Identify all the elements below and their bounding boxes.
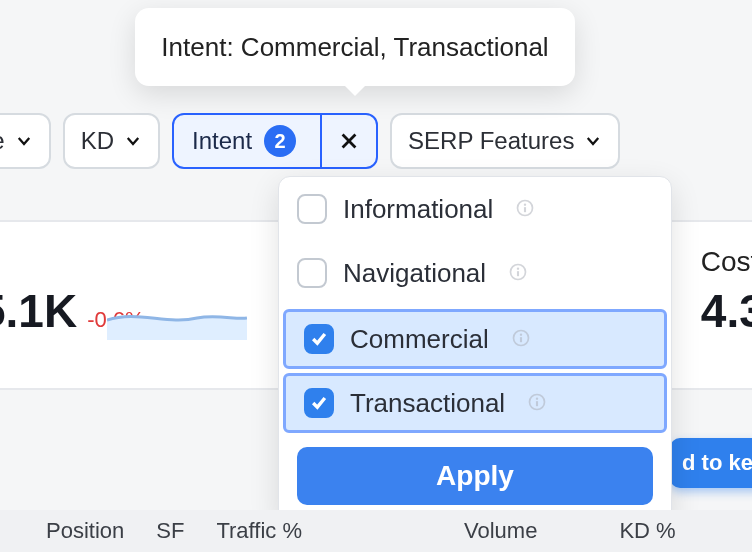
sparkline: [107, 290, 247, 340]
intent-tooltip: Intent: Commercial, Transactional: [135, 8, 575, 86]
filter-kd-label: KD: [81, 127, 114, 155]
apply-button-label: Apply: [436, 460, 514, 492]
filter-intent-clear[interactable]: [320, 115, 376, 167]
svg-point-5: [520, 333, 522, 335]
intent-option-transactional[interactable]: Transactional: [283, 373, 667, 433]
intent-option-label: Informational: [343, 194, 493, 225]
th-kd-pct[interactable]: KD %: [603, 518, 691, 544]
th-traffic-pct[interactable]: Traffic %: [200, 518, 318, 544]
intent-option-commercial[interactable]: Commercial: [283, 309, 667, 369]
intent-option-label: Transactional: [350, 388, 505, 419]
filter-intent[interactable]: Intent 2: [172, 113, 378, 169]
svg-point-1: [524, 203, 526, 205]
checkbox-unchecked[interactable]: [297, 258, 327, 288]
filter-bar: ume KD Intent 2 SERP Features: [0, 113, 620, 169]
intent-option-navigational[interactable]: Navigational: [279, 241, 671, 305]
send-to-button[interactable]: d to ke: [670, 438, 752, 488]
info-icon[interactable]: [515, 194, 535, 225]
th-sf[interactable]: SF: [140, 518, 200, 544]
metric-left-value: 5.1K: [0, 284, 77, 338]
intent-tooltip-text: Intent: Commercial, Transactional: [161, 32, 548, 63]
send-to-label: d to ke: [682, 450, 752, 476]
checkbox-checked[interactable]: [304, 388, 334, 418]
filter-intent-count: 2: [264, 125, 296, 157]
metric-right-label: Cost: [701, 246, 752, 278]
th-volume[interactable]: Volume: [448, 518, 553, 544]
close-icon: [338, 130, 360, 152]
info-icon[interactable]: [527, 388, 547, 419]
chevron-down-icon: [584, 132, 602, 150]
chevron-down-icon: [124, 132, 142, 150]
info-icon[interactable]: [511, 324, 531, 355]
checkbox-unchecked[interactable]: [297, 194, 327, 224]
filter-volume[interactable]: ume: [0, 113, 51, 169]
svg-point-7: [536, 397, 538, 399]
th-position[interactable]: Position: [30, 518, 140, 544]
info-icon[interactable]: [508, 258, 528, 289]
filter-serp-label: SERP Features: [408, 127, 574, 155]
metric-right: Cost 4.3K: [701, 246, 752, 338]
svg-point-3: [517, 267, 519, 269]
checkbox-checked[interactable]: [304, 324, 334, 354]
metric-right-value: 4.3K: [701, 284, 752, 338]
chevron-down-icon: [15, 132, 33, 150]
metric-left-label: c: [0, 246, 145, 278]
apply-button[interactable]: Apply: [297, 447, 653, 505]
table-header: Position SF Traffic % Volume KD %: [0, 510, 752, 552]
filter-intent-label: Intent: [192, 127, 252, 155]
intent-dropdown: Informational Navigational Commercial: [278, 176, 672, 522]
intent-option-label: Commercial: [350, 324, 489, 355]
intent-option-label: Navigational: [343, 258, 486, 289]
filter-kd[interactable]: KD: [63, 113, 160, 169]
filter-volume-label: ume: [0, 127, 5, 155]
intent-option-informational[interactable]: Informational: [279, 177, 671, 241]
filter-serp[interactable]: SERP Features: [390, 113, 620, 169]
